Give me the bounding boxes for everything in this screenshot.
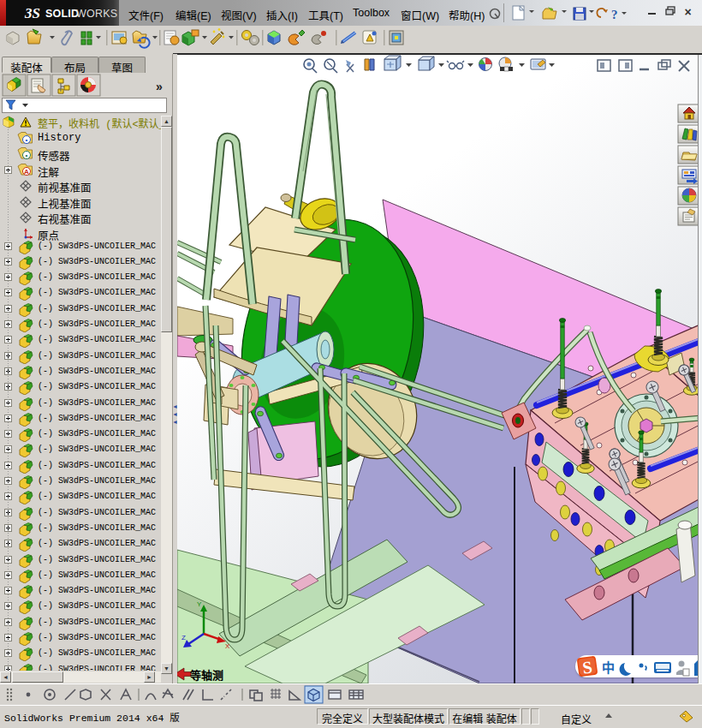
svg-text:•: • <box>26 136 28 144</box>
svg-text:X: X <box>225 642 230 650</box>
svg-text:中: 中 <box>602 658 615 676</box>
svg-text:•: • <box>26 152 28 159</box>
svg-text:Z: Z <box>181 634 186 641</box>
svg-text:Y: Y <box>197 600 202 608</box>
svg-text:等轴测: 等轴测 <box>189 666 223 683</box>
svg-text:?: ? <box>611 8 618 21</box>
svg-text:A: A <box>24 168 29 176</box>
